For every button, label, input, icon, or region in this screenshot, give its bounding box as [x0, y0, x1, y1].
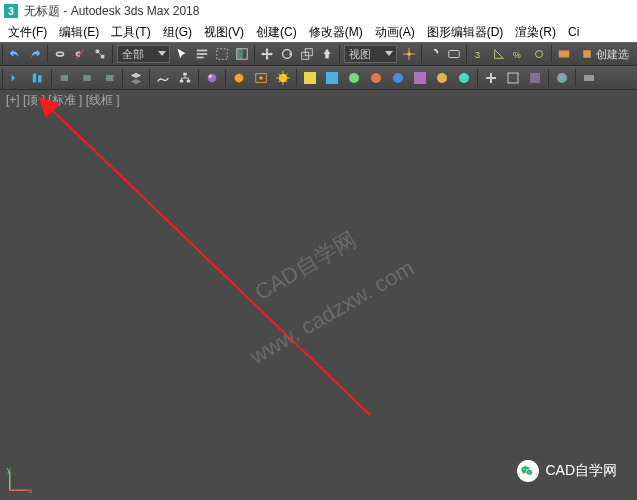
effect-6-icon[interactable]	[410, 68, 430, 88]
reference-coordinate-dropdown[interactable]: 视图	[344, 45, 397, 63]
svg-rect-26	[106, 75, 114, 81]
menu-file[interactable]: 文件(F)	[4, 24, 51, 41]
svg-rect-4	[197, 53, 208, 55]
menu-ci[interactable]: Ci	[564, 25, 583, 39]
separator	[2, 45, 3, 63]
align-button[interactable]	[28, 68, 48, 88]
effect-4-icon[interactable]	[366, 68, 386, 88]
layer-right-button[interactable]	[99, 68, 119, 88]
menu-render[interactable]: 渲染(R)	[511, 24, 560, 41]
undo-button[interactable]	[6, 44, 24, 64]
svg-rect-0	[96, 50, 100, 54]
schematic-view-button[interactable]	[175, 68, 195, 88]
separator	[575, 69, 576, 87]
svg-rect-37	[326, 72, 338, 84]
pivot-button[interactable]	[400, 44, 418, 64]
menu-tools[interactable]: 工具(T)	[107, 24, 154, 41]
window-title-bar: 3 无标题 - Autodesk 3ds Max 2018	[0, 0, 637, 22]
select-by-name-button[interactable]	[193, 44, 211, 64]
unlink-button[interactable]	[71, 44, 89, 64]
move-button[interactable]	[258, 44, 276, 64]
separator	[339, 45, 340, 63]
svg-rect-12	[325, 54, 329, 58]
separator	[51, 69, 52, 87]
svg-rect-47	[584, 75, 594, 81]
svg-rect-3	[197, 50, 208, 52]
material-editor-button[interactable]	[202, 68, 222, 88]
separator	[2, 69, 3, 87]
annotation-arrow	[0, 90, 637, 500]
menu-modifiers[interactable]: 修改器(M)	[305, 24, 367, 41]
percent-snap-button[interactable]: %	[510, 44, 528, 64]
separator	[112, 45, 113, 63]
effect-8-icon[interactable]	[454, 68, 474, 88]
placement-button[interactable]	[318, 44, 336, 64]
separator	[198, 69, 199, 87]
render-setup-button[interactable]	[229, 68, 249, 88]
svg-rect-5	[197, 57, 204, 59]
mirror-button[interactable]	[6, 68, 26, 88]
spinner-snap-button[interactable]	[530, 44, 548, 64]
chevron-down-icon	[158, 51, 166, 56]
svg-point-46	[557, 73, 567, 83]
selection-filter-dropdown[interactable]: 全部	[117, 45, 170, 63]
menu-view[interactable]: 视图(V)	[200, 24, 248, 41]
effect-3-icon[interactable]	[344, 68, 364, 88]
effect-2-icon[interactable]	[322, 68, 342, 88]
svg-rect-29	[187, 80, 191, 83]
angle-snap-button[interactable]	[490, 44, 508, 64]
create-selection-set-button[interactable]: 创建选	[575, 44, 636, 64]
svg-rect-16	[448, 51, 459, 58]
svg-point-42	[437, 73, 447, 83]
rendered-frame-button[interactable]	[251, 68, 271, 88]
util-2-icon[interactable]	[503, 68, 523, 88]
chevron-down-icon	[385, 51, 393, 56]
menu-graph-editors[interactable]: 图形编辑器(D)	[423, 24, 508, 41]
selection-region-button[interactable]	[213, 44, 231, 64]
svg-line-2	[99, 53, 101, 55]
svg-rect-7	[237, 49, 243, 60]
util-3-icon[interactable]	[525, 68, 545, 88]
effect-5-icon[interactable]	[388, 68, 408, 88]
watermark: CAD自学网 www. cadzxw. com	[212, 198, 425, 382]
menu-group[interactable]: 组(G)	[159, 24, 196, 41]
curve-editor-button[interactable]	[153, 68, 173, 88]
util-4-icon[interactable]	[552, 68, 572, 88]
render-button[interactable]	[273, 68, 293, 88]
snap-button[interactable]: 3	[470, 44, 488, 64]
window-crossing-button[interactable]	[233, 44, 251, 64]
named-selection-button[interactable]	[555, 44, 573, 64]
redo-button[interactable]	[26, 44, 44, 64]
effect-1-icon[interactable]	[300, 68, 320, 88]
separator	[225, 69, 226, 87]
footer-brand-text: CAD自学网	[545, 462, 617, 480]
menu-create[interactable]: 创建(C)	[252, 24, 301, 41]
menu-edit[interactable]: 编辑(E)	[55, 24, 103, 41]
svg-point-19	[535, 51, 542, 58]
select-manipulate-button[interactable]	[425, 44, 443, 64]
bind-button[interactable]	[91, 44, 109, 64]
manage-layers-button[interactable]	[126, 68, 146, 88]
svg-point-32	[235, 74, 244, 83]
svg-rect-41	[414, 72, 426, 84]
separator	[149, 69, 150, 87]
layer-left-button[interactable]	[55, 68, 75, 88]
svg-point-43	[459, 73, 469, 83]
util-1-icon[interactable]	[481, 68, 501, 88]
link-button[interactable]	[51, 44, 69, 64]
viewport[interactable]: [+] [顶 ] [标准 ] [线框 ] CAD自学网 www. cadzxw.…	[0, 90, 637, 500]
layer-center-button[interactable]	[77, 68, 97, 88]
rotate-button[interactable]	[278, 44, 296, 64]
effect-7-icon[interactable]	[432, 68, 452, 88]
keyboard-shortcut-button[interactable]	[445, 44, 463, 64]
watermark-line-2: www. cadzxw. com	[239, 244, 425, 382]
menu-animation[interactable]: 动画(A)	[371, 24, 419, 41]
select-button[interactable]	[173, 44, 191, 64]
util-5-icon[interactable]	[579, 68, 599, 88]
viewport-label[interactable]: [+] [顶 ] [标准 ] [线框 ]	[6, 92, 120, 109]
scale-button[interactable]	[298, 44, 316, 64]
svg-rect-45	[530, 73, 540, 83]
svg-point-40	[393, 73, 403, 83]
axis-x-label: x	[28, 486, 32, 494]
svg-point-34	[259, 76, 263, 80]
